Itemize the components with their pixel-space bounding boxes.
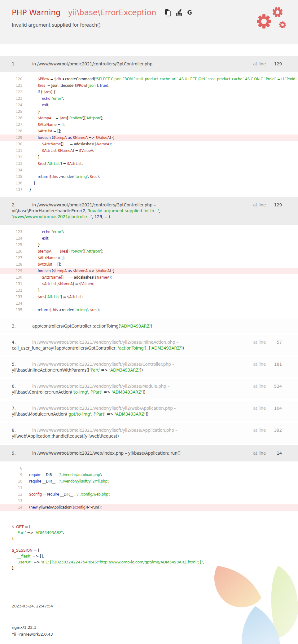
exception-class: yii\base\ErrorException [68, 8, 156, 17]
code-token: $_GET [12, 524, 24, 529]
frame-header[interactable]: 1.in /www/wwwroot/omoic2021/controllers/… [0, 56, 298, 72]
code-line-content [22, 300, 298, 307]
code-token: = [51, 249, 60, 254]
code-token: ]; [101, 249, 103, 254]
at-line-label: at line [253, 451, 266, 456]
code-line: 127 $AttrName = []; [0, 121, 298, 128]
stackoverflow-search-icon[interactable] [176, 9, 182, 16]
frame-header[interactable]: 9.in /www/wwwroot/omoic2021/web/index.ph… [0, 445, 298, 461]
google-search-icon[interactable]: G [187, 10, 192, 15]
code-token: $db [54, 77, 61, 81]
frame-at-line: at line129 [253, 61, 282, 67]
code-line-content: foreach ($tempA as $NameA => $ValueA) { [22, 268, 298, 274]
code-line-number: 126 [0, 248, 22, 255]
frame-file-path: in /www/wwwroot/omoic2021/vendor/yiisoft… [32, 428, 177, 433]
frame-at-line: at line129 [253, 202, 282, 208]
code-line-content: $AttrList = []; [22, 261, 298, 268]
code-token: "SELECT C.Json FROM `snsii_product_cache… [95, 77, 298, 81]
code-line-content: $tempA = $res['ProRow']['AttrJson']; [22, 115, 298, 121]
code-line-number: 9 [0, 472, 22, 478]
code-token [29, 308, 38, 312]
code-token: $AttrList [67, 161, 82, 166]
code-token: $res [38, 83, 45, 88]
code-line-number: 11 [0, 485, 22, 491]
code-line: 124 exit; [0, 235, 298, 242]
code-line-number: 127 [0, 121, 22, 128]
code-token: return [38, 308, 48, 312]
frame-at-line: at line104 [253, 405, 282, 411]
frame-info: in /www/wwwroot/omoic2021/web/index.php … [32, 451, 181, 456]
frame-header[interactable]: 6.in /www/wwwroot/omoic2021/vendor/yiiso… [0, 379, 298, 399]
frame-header[interactable]: 2.in /www/wwwroot/omoic2021/controllers/… [0, 197, 298, 225]
code-token: ))->run(); [85, 505, 102, 509]
code-token: $NameA [94, 142, 109, 146]
code-token: ]) [145, 412, 148, 417]
code-block: 123 echo "error";124 exit;125 }126 $temp… [0, 225, 298, 317]
code-token: 'gpt/to-img' [68, 412, 91, 417]
code-token: => [105, 412, 115, 417]
code-token: $AttrName [38, 256, 57, 260]
code-line-number: 122 [0, 89, 22, 95]
code-line: 8 [0, 465, 298, 472]
frame-header[interactable]: 3.app\controllers\GptController::actionT… [0, 319, 298, 333]
code-token: $PRow [75, 83, 86, 88]
code-token: 'Invalid argument supplied for fo...' [88, 208, 159, 213]
frame-file-path: in /www/wwwroot/omoic2021/vendor/yiisoft… [32, 406, 176, 411]
code-token: yii\web\Application::handleRequest(yii\w… [12, 434, 119, 439]
frame-header[interactable]: 5.in /www/wwwroot/omoic2021/vendor/yiiso… [0, 357, 298, 377]
code-token: $res [44, 90, 51, 94]
code-line-number: 126 [0, 115, 22, 121]
frame-line-number: 14 [271, 450, 282, 456]
code-line-content [22, 498, 298, 504]
code-token: 'a:1:{i:20230324224754;s:45:"http://www.… [41, 560, 203, 564]
frame-header[interactable]: 4.in /www/wwwroot/omoic2021/vendor/yiiso… [0, 335, 298, 355]
code-token: ], [ [145, 346, 150, 351]
code-token: yii\web\Application( [37, 505, 72, 509]
at-line-label: at line [253, 61, 266, 66]
code-token: , [ [88, 390, 92, 395]
code-line: 131 $AttrList[$NameA] = $ValueA; [0, 281, 298, 287]
code-line-number: 123 [0, 229, 22, 235]
code-line: 123 echo "error"; [0, 95, 298, 102]
title-row: PHP Warning–yii\base\ErrorException [12, 8, 286, 17]
code-token: ); [109, 142, 112, 146]
frame-header[interactable]: 8.in /www/wwwroot/omoic2021/vendor/yiiso… [0, 423, 298, 443]
code-token: ][ [83, 249, 86, 254]
code-token: __DIR__ . [42, 479, 59, 483]
code-token: } [29, 187, 31, 192]
code-token: ]; [101, 116, 103, 120]
at-line-label: at line [253, 362, 266, 367]
code-line-number: 135 [0, 174, 22, 180]
code-line-content: $res['AttrList'] = $AttrList; [22, 161, 298, 167]
code-line-content: } [22, 187, 298, 193]
copy-stacktrace-icon[interactable] [165, 9, 171, 16]
code-line-content: $config = require __DIR__ . '/../config/… [22, 491, 298, 498]
code-token: , ...) [102, 214, 110, 219]
code-token: 'AttrJson' [85, 249, 101, 254]
code-token: ], [96, 83, 100, 88]
code-token: 'ADM3493ARZ' [35, 530, 63, 535]
code-line-number: 131 [0, 148, 22, 154]
code-line: 132 } [0, 154, 298, 161]
code-token: } [29, 288, 40, 293]
code-token: 'AttrJson' [85, 116, 101, 120]
code-line-number: 125 [0, 242, 22, 248]
code-line: 126 $tempA = $res['ProRow']['AttrJson']; [0, 115, 298, 121]
code-token: ][ [83, 116, 86, 120]
code-token: $PRow [38, 77, 49, 81]
error-type: PHP Warning [12, 8, 60, 17]
yii-error-page: { "header": { "error_type": "PHP Warning… [0, 0, 298, 644]
code-token: [] = addslashes( [61, 275, 94, 280]
frame-header[interactable]: 7.in /www/wwwroot/omoic2021/vendor/yiiso… [0, 401, 298, 421]
code-line: 10require __DIR__ . '/../vendor/yiisoft/… [0, 478, 298, 485]
code-token: => [32, 560, 41, 564]
code-token: $_SESSION [12, 548, 33, 553]
code-token: as [68, 135, 72, 140]
code-token: $config [29, 492, 42, 496]
code-line-number: 130 [0, 274, 22, 281]
stack-frame: 9.in /www/wwwroot/omoic2021/web/index.ph… [0, 445, 298, 514]
code-line-content: return $this->render('to-img', $res); [22, 307, 298, 313]
code-token: "error" [51, 96, 63, 101]
server-info: nginx/1.22.1 Yii Framework/2.0.43 [12, 624, 53, 638]
code-line-number: 135 [0, 307, 22, 313]
